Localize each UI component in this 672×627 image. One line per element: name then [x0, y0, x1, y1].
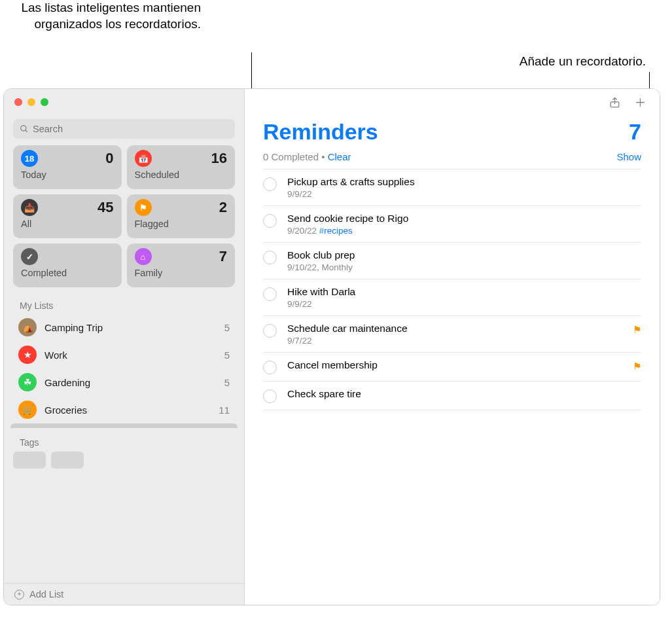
add-reminder-button[interactable]	[634, 96, 646, 111]
reminder-title: Cancel membership	[287, 359, 622, 371]
smart-list-scheduled[interactable]: 📅16Scheduled	[127, 145, 236, 189]
smart-list-label: Family	[135, 268, 228, 278]
smart-list-count: 45	[97, 199, 113, 216]
smart-list-count: 0	[105, 150, 113, 167]
search-icon	[20, 124, 29, 135]
list-count: 7	[629, 119, 641, 145]
sidebar-list-camping-trip[interactable]: ⛺Camping Trip5	[10, 314, 238, 341]
sidebar: 180Today📅16Scheduled📥45All⚑2Flagged✓Comp…	[4, 89, 245, 605]
sidebar-list-groceries[interactable]: 🛒Groceries11	[10, 396, 238, 423]
close-window-button[interactable]	[14, 98, 22, 106]
reminder-checkbox[interactable]	[263, 214, 277, 228]
reminder-title: Book club prep	[287, 249, 641, 261]
house-icon: ⌂	[135, 248, 152, 265]
smart-list-label: Scheduled	[135, 170, 228, 180]
calendar-icon: 📅	[135, 150, 152, 167]
smart-list-count: 7	[219, 248, 227, 265]
reminder-subtitle: 9/9/22	[287, 189, 641, 199]
reminder-body: Pickup arts & crafts supplies9/9/22	[287, 176, 641, 199]
show-completed-button[interactable]: Show	[616, 151, 641, 162]
list-count: 5	[224, 349, 230, 361]
smart-list-flagged[interactable]: ⚑2Flagged	[127, 194, 236, 238]
tag-chip[interactable]	[13, 452, 46, 469]
zoom-window-button[interactable]	[41, 98, 48, 106]
smart-list-count: 16	[211, 150, 227, 167]
sidebar-list-work[interactable]: ★Work5	[10, 341, 238, 368]
smart-list-label: All	[21, 219, 114, 229]
plus-circle-icon: +	[14, 590, 24, 600]
tray-icon: 📥	[21, 199, 38, 216]
reminder-title: Schedule car maintenance	[287, 323, 622, 334]
reminders-list: Pickup arts & crafts supplies9/9/22Send …	[245, 169, 660, 410]
app-window: 180Today📅16Scheduled📥45All⚑2Flagged✓Comp…	[3, 88, 660, 605]
reminder-item[interactable]: Hike with Darla9/9/22	[263, 279, 641, 316]
list-count: 5	[224, 377, 230, 388]
reminder-item[interactable]: Send cookie recipe to Rigo9/20/22 #recip…	[263, 206, 641, 243]
check-icon: ✓	[21, 248, 38, 265]
section-header-my-lists: My Lists	[4, 295, 244, 314]
reminder-body: Cancel membership	[287, 359, 622, 371]
reminder-item[interactable]: Pickup arts & crafts supplies9/9/22	[263, 169, 641, 206]
reminder-subtitle: 9/10/22, Monthly	[287, 262, 641, 272]
reminder-checkbox[interactable]	[263, 287, 277, 301]
flag-icon: ⚑	[135, 199, 152, 216]
list-title: Reminders	[263, 119, 378, 145]
reminder-title: Hike with Darla	[287, 286, 641, 298]
reminder-subtitle: 9/7/22	[287, 336, 622, 346]
tag-chip[interactable]	[51, 452, 84, 469]
smart-list-family[interactable]: ⌂7Family	[127, 243, 236, 287]
smart-list-label: Today	[21, 170, 114, 180]
flag-icon: ⚑	[633, 324, 641, 336]
add-list-button[interactable]: + Add List	[4, 583, 244, 605]
main-pane: Reminders 7 0 Completed • Clear Show Pic…	[245, 89, 660, 605]
cart-icon: 🛒	[18, 401, 37, 419]
svg-line-1	[26, 130, 27, 132]
reminder-tag[interactable]: #recipes	[319, 226, 353, 236]
reminder-body: Send cookie recipe to Rigo9/20/22 #recip…	[287, 213, 641, 236]
reminder-checkbox[interactable]	[263, 389, 277, 403]
add-list-label: Add List	[29, 589, 63, 600]
reminder-checkbox[interactable]	[263, 251, 277, 264]
list-count: 5	[224, 322, 230, 333]
sidebar-list-reminders[interactable]: ≣Reminders7	[10, 423, 238, 428]
smart-list-completed[interactable]: ✓Completed	[13, 243, 122, 287]
svg-point-0	[21, 126, 26, 131]
share-button[interactable]	[609, 96, 621, 111]
smart-list-all[interactable]: 📥45All	[13, 194, 122, 238]
reminder-body: Schedule car maintenance9/7/22	[287, 323, 622, 346]
flag-icon: ⚑	[633, 361, 641, 372]
reminder-checkbox[interactable]	[263, 361, 277, 374]
reminder-body: Check spare tire	[287, 388, 641, 400]
reminder-checkbox[interactable]	[263, 324, 277, 338]
list-label: Gardening	[44, 377, 217, 388]
smart-list-label: Completed	[21, 268, 114, 278]
star-icon: ★	[18, 346, 37, 364]
annotation-add-reminder: Añade un recordatorio.	[450, 54, 646, 70]
tent-icon: ⛺	[18, 318, 37, 336]
reminder-item[interactable]: Schedule car maintenance9/7/22⚑	[263, 316, 641, 353]
minimize-window-button[interactable]	[27, 98, 35, 106]
search-input[interactable]	[13, 119, 235, 139]
list-label: Work	[44, 349, 217, 361]
completed-info: 0 Completed • Clear	[263, 151, 351, 162]
list-count: 11	[219, 404, 230, 416]
annotation-area: Las listas inteligentes mantienen organi…	[0, 0, 672, 88]
clear-button[interactable]: Clear	[328, 151, 351, 162]
reminder-title: Send cookie recipe to Rigo	[287, 213, 641, 224]
smart-list-count: 2	[219, 199, 227, 216]
main-header: Reminders 7	[245, 118, 660, 149]
my-lists: ⛺Camping Trip5★Work5☘Gardening5🛒Grocerie…	[4, 314, 244, 428]
reminder-item[interactable]: Book club prep9/10/22, Monthly	[263, 243, 641, 279]
smart-list-today[interactable]: 180Today	[13, 145, 122, 189]
sidebar-list-gardening[interactable]: ☘Gardening5	[10, 368, 238, 396]
reminder-item[interactable]: Check spare tire	[263, 382, 641, 410]
reminder-title: Check spare tire	[287, 388, 641, 400]
reminder-checkbox[interactable]	[263, 177, 277, 191]
tags-row	[4, 450, 244, 469]
reminder-body: Hike with Darla9/9/22	[287, 286, 641, 309]
reminder-title: Pickup arts & crafts supplies	[287, 176, 641, 188]
toolbar	[245, 89, 660, 118]
reminder-item[interactable]: Cancel membership⚑	[263, 353, 641, 382]
window-controls	[4, 89, 244, 113]
section-header-tags: Tags	[4, 428, 244, 450]
